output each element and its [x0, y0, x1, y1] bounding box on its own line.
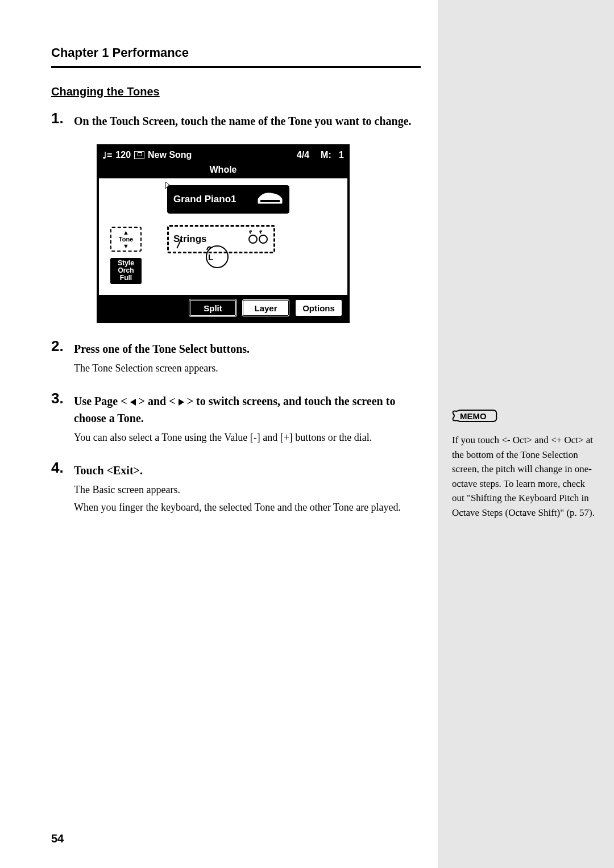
step-4: 4. Touch <Exit>. The Basic screen appear…: [51, 459, 421, 518]
style-orch-button[interactable]: Style Orch Full: [110, 258, 142, 284]
step-3-lead: Use Page < > and < > to switch screens, …: [74, 393, 421, 427]
split-button[interactable]: Split: [189, 299, 237, 317]
chapter-header: Chapter 1 Performance: [51, 45, 421, 60]
svg-rect-0: [260, 200, 280, 202]
callout-circle: [206, 245, 229, 268]
step-2-sub: The Tone Selection screen appears.: [74, 361, 421, 376]
memo-icon: MEMO: [452, 409, 597, 426]
tone-grand-piano[interactable]: Grand Piano1: [167, 185, 289, 214]
memo-text: If you touch <- Oct> and <+ Oct> at the …: [452, 433, 597, 520]
measure-value: 1: [339, 150, 344, 160]
step-4-sub2: When you finger the keyboard, the select…: [74, 500, 421, 515]
step-4-sub1: The Basic screen appears.: [74, 482, 421, 498]
step-number: 4.: [51, 459, 74, 518]
page-number: 54: [51, 832, 64, 845]
step-1-lead: On the Touch Screen, touch the name of t…: [74, 112, 421, 130]
svg-point-1: [249, 235, 257, 243]
step-1: 1. On the Touch Screen, touch the name o…: [51, 110, 421, 133]
memo-label: MEMO: [460, 411, 487, 421]
step-2: 2. Press one of the Tone Select buttons.…: [51, 337, 421, 378]
device-statusbar: ♩=120 New Song 4/4 M: 1: [99, 147, 347, 164]
main-content: Chapter 1 Performance Changing the Tones…: [0, 0, 438, 546]
step-3-sub: You can also select a Tone using the Val…: [74, 430, 421, 445]
step-number: 2.: [51, 337, 74, 378]
layer-button[interactable]: Layer: [242, 299, 290, 317]
section-title: Changing the Tones: [51, 85, 421, 98]
step-4-lead: Touch <Exit>.: [74, 462, 421, 479]
step-2-lead: Press one of the Tone Select buttons.: [74, 340, 421, 357]
tempo-value: 120: [115, 150, 131, 160]
device-bottom-bar: Split Layer Options: [99, 295, 347, 321]
svg-point-2: [259, 235, 267, 243]
memo-sidebar: MEMO If you touch <- Oct> and <+ Oct> at…: [438, 0, 614, 868]
tone-nav[interactable]: ▲ Tone ▼: [110, 227, 142, 252]
time-signature: 4/4: [297, 150, 309, 160]
options-button[interactable]: Options: [294, 299, 343, 317]
step-3: 3. Use Page < > and < > to switch screen…: [51, 390, 421, 448]
left-arrow-icon: [130, 399, 136, 406]
header-rule: [51, 66, 421, 68]
device-screenshot: ♩=120 New Song 4/4 M: 1 Whole Grand Pian…: [97, 144, 421, 323]
step-number: 3.: [51, 390, 74, 448]
disk-icon: [134, 151, 144, 159]
measure-label: M:: [321, 150, 331, 160]
step-number: 1.: [51, 110, 74, 133]
song-name: New Song: [148, 150, 192, 160]
violin-icon: [246, 229, 269, 249]
tempo-icon: ♩=: [102, 150, 112, 161]
whole-label: Whole: [99, 164, 347, 178]
right-arrow-icon: [179, 399, 184, 406]
piano-icon: [257, 190, 283, 209]
